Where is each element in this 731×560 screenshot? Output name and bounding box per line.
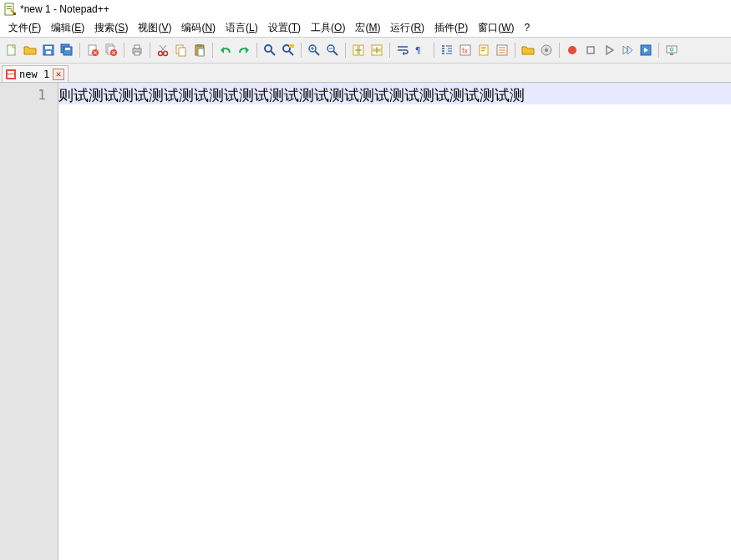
stop-macro-button[interactable] xyxy=(582,42,599,59)
sync-h-button[interactable] xyxy=(368,42,385,59)
toolbar-separator xyxy=(389,43,390,58)
cut-button[interactable] xyxy=(155,42,171,59)
open-file-button[interactable] xyxy=(22,42,38,59)
replace-button[interactable] xyxy=(280,42,297,59)
doc-list-button[interactable] xyxy=(494,42,510,59)
menu-window[interactable]: 窗口(W) xyxy=(473,19,519,37)
title-bar: *new 1 - Notepad++ xyxy=(0,0,731,18)
zoom-in-button[interactable] xyxy=(306,42,322,59)
play-macro-icon xyxy=(602,43,616,57)
paste-button[interactable] xyxy=(191,42,208,59)
window-title: *new 1 - Notepad++ xyxy=(20,3,109,15)
undo-button[interactable] xyxy=(217,42,234,59)
print-button[interactable] xyxy=(129,42,145,59)
svg-rect-18 xyxy=(135,52,140,55)
svg-rect-49 xyxy=(670,53,673,55)
folder-button[interactable] xyxy=(520,42,536,59)
toolbar-separator xyxy=(515,43,515,58)
indent-guide-icon xyxy=(440,43,454,57)
svg-rect-46 xyxy=(587,47,594,53)
play-macro-button[interactable] xyxy=(601,42,617,59)
undo-icon xyxy=(219,43,232,57)
menu-edit[interactable]: 编辑(E) xyxy=(46,19,89,37)
save-all-icon xyxy=(60,43,74,57)
copy-button[interactable] xyxy=(173,42,190,59)
sync-v-icon xyxy=(352,43,365,57)
tab-new1[interactable]: new 1 ✕ xyxy=(2,65,69,83)
menu-plugins[interactable]: 插件(P) xyxy=(429,19,473,37)
doc-list-icon xyxy=(495,43,509,57)
redo-button[interactable] xyxy=(236,42,252,59)
lang-button[interactable]: fx xyxy=(457,42,474,59)
indent-guide-button[interactable] xyxy=(439,42,455,59)
zoom-out-button[interactable] xyxy=(324,42,341,59)
find-button[interactable] xyxy=(261,42,278,59)
svg-rect-40 xyxy=(481,48,486,49)
menu-tools[interactable]: 工具(O) xyxy=(306,19,350,37)
menu-macro[interactable]: 宏(M) xyxy=(350,19,385,37)
close-button[interactable] xyxy=(84,42,101,59)
svg-rect-6 xyxy=(45,46,52,49)
doc-map-button[interactable] xyxy=(475,42,492,59)
new-file-button[interactable] xyxy=(3,42,20,59)
close-all-button[interactable] xyxy=(103,42,119,59)
svg-point-44 xyxy=(545,48,548,52)
toolbar-separator xyxy=(345,43,346,58)
svg-rect-22 xyxy=(179,48,185,56)
record-macro-button[interactable] xyxy=(564,42,581,59)
function-list-icon xyxy=(540,43,553,57)
zoom-out-icon xyxy=(326,43,339,57)
zoom-in-icon xyxy=(307,43,321,57)
play-multi-icon xyxy=(621,43,634,57)
menu-settings[interactable]: 设置(T) xyxy=(263,19,306,37)
svg-rect-28 xyxy=(289,44,294,48)
menu-encoding[interactable]: 编码(N) xyxy=(176,19,221,37)
play-multi-button[interactable] xyxy=(619,42,636,59)
svg-point-19 xyxy=(159,52,163,56)
print-icon xyxy=(130,43,144,57)
menu-file[interactable]: 文件(F) xyxy=(3,19,46,37)
save-all-button[interactable] xyxy=(58,42,75,59)
toolbar-separator xyxy=(256,43,257,58)
svg-text:¶: ¶ xyxy=(415,45,421,56)
tab-close-button[interactable]: ✕ xyxy=(53,69,64,80)
svg-rect-41 xyxy=(481,50,485,51)
menu-view[interactable]: 视图(V) xyxy=(133,19,176,37)
sync-h-icon xyxy=(370,43,383,57)
save-macro-button[interactable] xyxy=(637,42,654,59)
line-number-gutter: 1 xyxy=(0,83,58,560)
cut-icon xyxy=(156,43,170,57)
unsaved-file-icon xyxy=(6,69,16,79)
menu-language[interactable]: 语言(L) xyxy=(221,19,263,37)
svg-rect-25 xyxy=(198,48,204,56)
toolbar-separator xyxy=(658,43,659,58)
menu-search[interactable]: 搜索(S) xyxy=(89,19,133,37)
sync-v-button[interactable] xyxy=(350,42,367,59)
folder-icon xyxy=(521,43,535,57)
menu-run[interactable]: 运行(R) xyxy=(385,19,429,37)
save-button[interactable] xyxy=(40,42,57,59)
line-number: 1 xyxy=(0,86,46,104)
menu-bar: 文件(F) 编辑(E) 搜索(S) 视图(V) 编码(N) 语言(L) 设置(T… xyxy=(0,18,731,37)
show-all-button[interactable]: ¶ xyxy=(413,42,429,59)
svg-rect-2 xyxy=(7,8,12,9)
menu-help[interactable]: ? xyxy=(519,20,535,35)
function-list-button[interactable] xyxy=(538,42,555,59)
editor-content[interactable]: 则试测试测试测试测试测试测试测试测试测试测试测试测试测试测试测 xyxy=(58,83,731,560)
monitor-icon xyxy=(665,43,678,57)
toolbar-separator xyxy=(150,43,150,58)
svg-rect-24 xyxy=(197,44,202,47)
editor-area: 1 则试测试测试测试测试测试测试测试测试测试测试测试测试测试测试测 xyxy=(0,82,731,560)
save-icon xyxy=(42,43,55,57)
show-all-icon: ¶ xyxy=(414,43,428,57)
word-wrap-button[interactable] xyxy=(394,42,411,59)
new-file-icon xyxy=(5,43,18,57)
app-icon xyxy=(3,3,17,16)
svg-rect-39 xyxy=(481,47,486,48)
monitor-button[interactable] xyxy=(663,42,680,59)
toolbar-separator xyxy=(79,43,80,58)
svg-point-27 xyxy=(283,45,290,52)
tab-label: new 1 xyxy=(19,69,49,80)
doc-map-icon xyxy=(477,43,490,57)
open-file-icon xyxy=(23,43,37,57)
